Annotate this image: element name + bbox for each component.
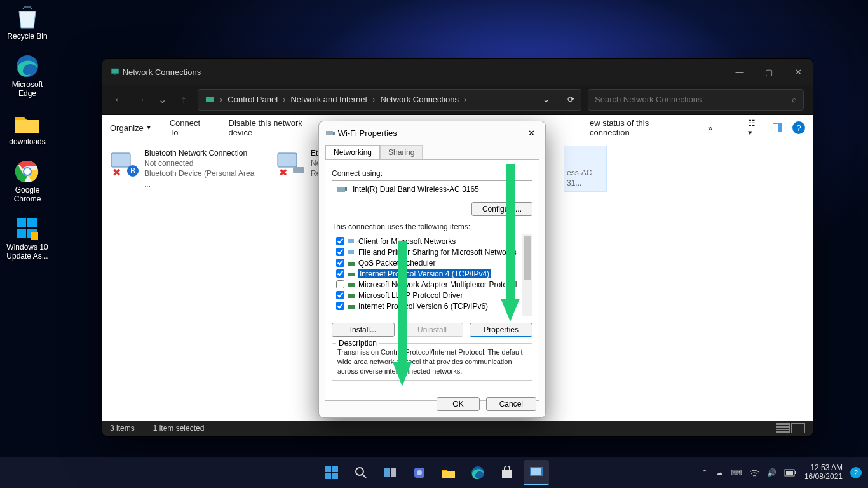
description-group: Description Transmission Control Protoco… (332, 343, 532, 381)
history-dropdown[interactable]: ⌄ (543, 95, 550, 104)
maximize-button[interactable]: ▢ (754, 59, 783, 85)
organize-menu[interactable]: Organize ▼ (110, 123, 152, 133)
configure-button[interactable]: Configure... (471, 202, 532, 216)
svg-rect-28 (348, 294, 355, 298)
dialog-title: Wi-Fi Properties (338, 128, 397, 138)
list-item[interactable]: Microsoft LLDP Protocol Driver (334, 290, 531, 301)
desktop-icon-recycle[interactable]: Recycle Bin (3, 4, 52, 41)
wifi-icon[interactable] (749, 468, 759, 477)
desktop-icon-downloads[interactable]: downloads (3, 109, 52, 146)
desktop-icon-edge[interactable]: Microsoft Edge (3, 52, 52, 98)
edge-button[interactable] (465, 460, 491, 485)
list-item[interactable]: File and Printer Sharing for Microsoft N… (334, 247, 531, 257)
list-item-tcp-ipv4[interactable]: Internet Protocol Version 4 (TCP/IPv4) (334, 268, 531, 279)
widgets-button[interactable] (407, 460, 432, 485)
svg-text:✖: ✖ (279, 167, 287, 177)
list-item[interactable]: QoS Packet Scheduler (334, 257, 531, 268)
dialog-close-button[interactable]: ✕ (524, 125, 539, 140)
recent-dropdown[interactable]: ⌄ (154, 92, 170, 107)
dialog-titlebar[interactable]: Wi-Fi Properties ✕ (319, 121, 545, 144)
list-item[interactable]: Client for Microsoft Networks (334, 236, 531, 247)
store-button[interactable] (494, 460, 520, 485)
window-titlebar[interactable]: Network Connections — ▢ ✕ (102, 59, 813, 85)
control-panel-button[interactable] (524, 460, 549, 485)
taskbar[interactable]: ⌃ ☁ ⌨ 🔊 12:53 AM 16/08/2021 2 (0, 458, 868, 488)
ok-button[interactable]: OK (437, 397, 479, 411)
item-checkbox[interactable] (336, 269, 344, 278)
item-count: 3 items (110, 424, 135, 433)
details-view-icon[interactable] (776, 423, 790, 433)
item-checkbox[interactable] (336, 237, 344, 245)
svg-line-37 (363, 475, 366, 478)
svg-rect-45 (531, 468, 541, 475)
adapter-icon (325, 128, 336, 138)
breadcrumb[interactable]: Control Panel (227, 95, 278, 104)
network-items-list[interactable]: Client for Microsoft Networks File and P… (332, 234, 532, 316)
connection-bluetooth[interactable]: B✖ Bluetooth Network Connection Not conn… (106, 146, 265, 192)
uninstall-button: Uninstall (401, 323, 464, 337)
device-field[interactable]: Intel(R) Dual Band Wireless-AC 3165 (332, 180, 532, 198)
close-button[interactable]: ✕ (783, 59, 813, 85)
svg-rect-35 (332, 473, 338, 479)
svg-rect-25 (348, 262, 355, 266)
properties-button[interactable]: Properties (470, 323, 532, 337)
search-box[interactable]: ⌕ (588, 89, 804, 111)
explorer-button[interactable] (436, 460, 461, 485)
install-button[interactable]: Install... (332, 323, 395, 337)
up-button[interactable]: ↑ (176, 92, 191, 107)
preview-pane-toggle[interactable] (773, 123, 783, 132)
search-input[interactable] (595, 95, 792, 104)
onedrive-icon[interactable]: ☁ (715, 468, 723, 477)
tab-sharing[interactable]: Sharing (380, 145, 423, 160)
connection-wifi[interactable]: ess-AC 31... (564, 146, 607, 192)
refresh-button[interactable]: ⟳ (567, 95, 574, 104)
connection-ethernet[interactable]: ✖ Eth Net Rea (273, 146, 323, 192)
more-commands[interactable]: » (708, 123, 712, 133)
search-button[interactable] (348, 460, 374, 485)
breadcrumb[interactable]: Network and Internet (290, 95, 367, 104)
task-view-button[interactable] (377, 460, 403, 485)
list-item[interactable]: Internet Protocol Version 6 (TCP/IPv6) (334, 301, 531, 311)
clock[interactable]: 12:53 AM 16/08/2021 (804, 464, 843, 482)
item-checkbox[interactable] (336, 248, 344, 256)
search-icon[interactable]: ⌕ (792, 95, 797, 104)
tray-overflow[interactable]: ⌃ (702, 468, 708, 477)
view-options[interactable]: ☷ ▾ (748, 118, 762, 137)
list-scrollbar[interactable] (522, 234, 532, 316)
help-button[interactable]: ? (792, 121, 805, 134)
minimize-button[interactable]: — (725, 59, 754, 85)
desktop-icon-chrome[interactable]: Google Chrome (3, 158, 52, 203)
disable-device-button[interactable]: Disable this network device (229, 118, 328, 137)
item-checkbox[interactable] (336, 302, 344, 310)
back-button[interactable]: ← (111, 92, 126, 107)
start-button[interactable] (319, 460, 344, 485)
item-checkbox[interactable] (336, 259, 344, 267)
svg-rect-17 (293, 167, 304, 173)
svg-rect-33 (332, 466, 338, 472)
item-checkbox[interactable] (336, 280, 344, 288)
svg-rect-12 (111, 153, 130, 167)
notification-badge[interactable]: 2 (850, 467, 862, 478)
connect-to-button[interactable]: Connect To (170, 118, 211, 137)
network-icon (110, 67, 120, 77)
large-icons-view-icon[interactable] (791, 423, 805, 433)
list-item[interactable]: Microsoft Network Adapter Multiplexor Pr… (334, 279, 531, 290)
svg-rect-39 (391, 468, 396, 477)
status-bar: 3 items 1 item selected (102, 421, 813, 436)
volume-icon[interactable]: 🔊 (767, 468, 776, 477)
keyboard-icon[interactable]: ⌨ (731, 468, 742, 477)
forward-button[interactable]: → (133, 92, 148, 107)
item-checkbox[interactable] (336, 291, 344, 299)
svg-rect-48 (795, 471, 796, 474)
desktop-icon-label: Windows 10 Update As... (3, 243, 52, 261)
tab-networking[interactable]: Networking (325, 145, 380, 160)
svg-rect-8 (31, 232, 38, 240)
device-name: Intel(R) Dual Band Wireless-AC 3165 (353, 185, 479, 194)
svg-rect-38 (384, 468, 390, 477)
address-bar[interactable]: › Control Panel› Network and Internet› N… (198, 89, 581, 111)
breadcrumb[interactable]: Network Connections (381, 95, 459, 104)
desktop-icon-winupdate[interactable]: Windows 10 Update As... (3, 215, 52, 261)
cancel-button[interactable]: Cancel (486, 397, 536, 411)
battery-icon[interactable] (784, 469, 797, 477)
view-status-button[interactable]: ew status of this connection (590, 118, 690, 137)
